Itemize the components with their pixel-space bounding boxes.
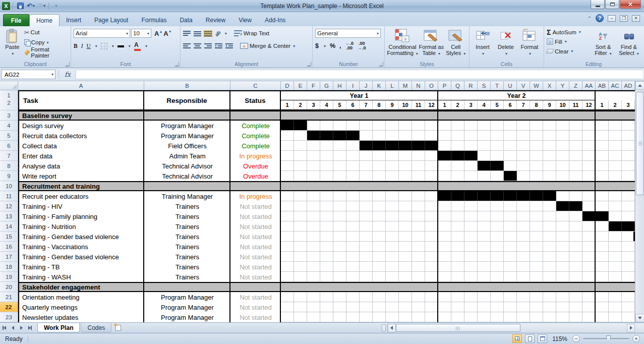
- header-cell-status[interactable]: Status: [230, 90, 281, 110]
- gantt-bar[interactable]: [556, 201, 582, 211]
- column-header-L[interactable]: L: [386, 81, 399, 90]
- row-header-9[interactable]: 9: [0, 171, 18, 181]
- borders-button[interactable]: [101, 43, 107, 49]
- font-name-select[interactable]: Arial▾: [74, 29, 130, 38]
- tab-insert[interactable]: Insert: [60, 14, 88, 26]
- column-header-B[interactable]: B: [144, 81, 230, 90]
- column-header-Z[interactable]: Z: [569, 81, 582, 90]
- responsible-cell[interactable]: Admin Team: [144, 151, 230, 161]
- month-number-7[interactable]: 7: [360, 100, 373, 109]
- gantt-bar[interactable]: [438, 191, 556, 201]
- first-sheet-button[interactable]: [0, 324, 9, 332]
- task-cell[interactable]: Stakeholder engagement: [18, 282, 144, 292]
- gantt-bar[interactable]: [438, 151, 478, 160]
- month-number-21[interactable]: 9: [543, 100, 556, 109]
- close-button[interactable]: ✕: [620, 0, 641, 9]
- format-painter-button[interactable]: Format Painter: [23, 47, 69, 58]
- task-cell[interactable]: Training - HIV: [18, 201, 144, 211]
- gantt-bar[interactable]: [504, 171, 517, 181]
- scroll-down-button[interactable]: [635, 314, 644, 322]
- zoom-in-button[interactable]: +: [632, 335, 640, 342]
- tab-home[interactable]: Home: [29, 14, 60, 26]
- vertical-scrollbar[interactable]: [635, 81, 644, 322]
- column-header-Y[interactable]: Y: [556, 81, 569, 90]
- month-number-14[interactable]: 2: [451, 100, 464, 109]
- header-cell-task[interactable]: Task: [18, 90, 144, 110]
- collapse-ribbon-icon[interactable]: ⌃: [588, 16, 592, 21]
- bold-button[interactable]: B: [74, 43, 78, 49]
- responsible-cell[interactable]: Program Manager: [144, 292, 230, 302]
- row-header-23[interactable]: 23: [0, 312, 18, 322]
- gantt-strip[interactable]: [281, 282, 635, 292]
- status-cell[interactable]: [230, 181, 281, 191]
- merge-center-button[interactable]: a Merge & Center▾: [240, 43, 295, 49]
- sheet-tab-codes[interactable]: Codes: [81, 323, 111, 332]
- column-header-E[interactable]: E: [294, 81, 307, 90]
- align-bottom-button[interactable]: [204, 31, 212, 36]
- scroll-up-button[interactable]: [635, 81, 644, 90]
- responsible-cell[interactable]: Trainers: [144, 262, 230, 272]
- row-header-4[interactable]: 4: [0, 121, 18, 131]
- month-number-19[interactable]: 7: [517, 100, 530, 109]
- month-number-25[interactable]: 1: [596, 100, 609, 109]
- responsible-cell[interactable]: Program Manager: [144, 312, 230, 322]
- task-cell[interactable]: Training - Nutrition: [18, 221, 144, 232]
- month-number-10[interactable]: 10: [399, 100, 412, 109]
- fill-button[interactable]: ↓Fill▾: [546, 37, 590, 46]
- status-cell[interactable]: Not started: [230, 302, 281, 312]
- gantt-strip[interactable]: [281, 262, 635, 272]
- responsible-cell[interactable]: Training Manager: [144, 191, 230, 201]
- underline-button[interactable]: U: [87, 43, 91, 49]
- column-header-AA[interactable]: AA: [582, 81, 596, 90]
- month-number-20[interactable]: 8: [530, 100, 543, 109]
- column-header-N[interactable]: N: [412, 81, 425, 90]
- format-cells-button[interactable]: Format▾: [517, 27, 542, 60]
- name-box[interactable]: AG22▾: [1, 70, 55, 79]
- decrease-decimal-button[interactable]: .00→.0: [358, 41, 366, 50]
- tab-page-layout[interactable]: Page Layout: [88, 14, 135, 26]
- column-header-O[interactable]: O: [425, 81, 438, 90]
- status-cell[interactable]: [230, 110, 281, 121]
- responsible-cell[interactable]: Trainers: [144, 221, 230, 232]
- horizontal-scrollbar[interactable]: [387, 324, 644, 332]
- gantt-bar[interactable]: [360, 141, 438, 150]
- workbook-close-button[interactable]: ✕: [632, 15, 640, 22]
- status-cell[interactable]: Not started: [230, 211, 281, 221]
- prev-sheet-button[interactable]: [9, 324, 17, 332]
- status-cell[interactable]: Overdue: [230, 171, 281, 181]
- accounting-format-button[interactable]: $: [315, 42, 319, 49]
- gantt-strip[interactable]: [281, 151, 635, 161]
- task-cell[interactable]: Orientation meeting: [18, 292, 144, 302]
- month-number-17[interactable]: 5: [491, 100, 504, 109]
- row-header-11[interactable]: 11: [0, 191, 18, 201]
- column-header-C[interactable]: C: [230, 81, 281, 90]
- year2-header-cell[interactable]: Year 2: [438, 91, 596, 100]
- status-cell[interactable]: Complete: [230, 131, 281, 141]
- tab-review[interactable]: Review: [199, 14, 232, 26]
- zoom-level[interactable]: 115%: [552, 335, 567, 342]
- percent-style-button[interactable]: %: [330, 42, 335, 49]
- maximize-button[interactable]: [605, 0, 619, 9]
- column-header-X[interactable]: X: [543, 81, 556, 90]
- align-left-button[interactable]: [183, 43, 191, 49]
- number-format-select[interactable]: General▾: [315, 29, 381, 38]
- gantt-strip[interactable]: [281, 171, 635, 181]
- column-header-G[interactable]: G: [320, 81, 333, 90]
- minimize-button[interactable]: [591, 0, 605, 9]
- column-header-AD[interactable]: AD: [622, 81, 635, 90]
- month-number-13[interactable]: 1: [438, 100, 451, 109]
- tab-view[interactable]: View: [232, 14, 258, 26]
- gantt-strip[interactable]: [281, 232, 635, 242]
- month-number-11[interactable]: 11: [412, 100, 425, 109]
- tab-data[interactable]: Data: [173, 14, 199, 26]
- next-sheet-button[interactable]: [17, 324, 26, 332]
- row-header-17[interactable]: 17: [0, 252, 18, 262]
- horizontal-scroll-thumb[interactable]: [396, 324, 520, 332]
- align-middle-button[interactable]: [194, 31, 201, 36]
- column-header-V[interactable]: V: [517, 81, 530, 90]
- row-header-3[interactable]: 3: [0, 110, 18, 121]
- month-number-27[interactable]: 3: [622, 100, 635, 109]
- responsible-cell[interactable]: Program Manager: [144, 131, 230, 141]
- column-header-T[interactable]: T: [491, 81, 504, 90]
- format-as-table-button[interactable]: Format as Table ▾: [419, 27, 444, 60]
